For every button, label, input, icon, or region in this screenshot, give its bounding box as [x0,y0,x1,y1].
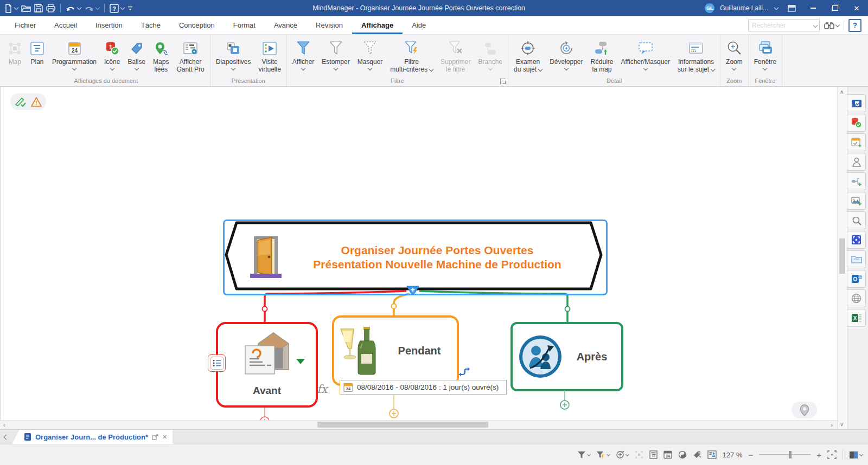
warning-icon[interactable]: ! [30,96,42,107]
vertical-scrollbar[interactable]: ∧ ∨ [837,87,847,429]
filtre-masquer-button[interactable]: Masquer [354,37,387,70]
afficher-gantt-pro-button[interactable]: Afficher Gantt Pro [173,37,208,73]
tab-revision[interactable]: Révision [307,16,352,34]
informations-sur-le-sujet-button[interactable]: Informations sur le sujet [674,37,718,73]
map-locator-button[interactable] [792,402,817,418]
tab-aide[interactable]: Aide [403,16,435,34]
plan-view-button[interactable]: Plan [26,37,48,66]
tab-outlook[interactable]: O [847,270,866,288]
panel-layout-button[interactable] [849,451,863,459]
scroll-left-icon[interactable]: ‹ [3,422,5,428]
tab-accueil[interactable]: Accueil [45,16,86,34]
tab-library[interactable] [847,94,866,112]
redo-button[interactable] [84,4,99,12]
filtre-dialog-launcher-icon[interactable] [500,79,506,84]
status-gantt-view-button[interactable] [707,450,717,459]
close-tab-icon[interactable]: ✕ [162,434,167,441]
help-button[interactable]: ? [110,4,124,13]
horizontal-scroll-thumb[interactable] [317,422,488,428]
tab-browser[interactable] [847,289,866,307]
icone-button[interactable]: 1 Icône [100,37,124,70]
horizontal-scrollbar[interactable]: ‹ › [0,420,837,429]
reduire-la-map-button[interactable]: Réduire la map [587,37,617,73]
tab-avance[interactable]: Avancé [265,16,307,34]
new-document-button[interactable] [4,4,18,13]
tab-fichier[interactable]: Fichier [5,16,45,34]
central-topic[interactable]: Organiser Journée Portes Ouvertes Présen… [223,219,608,295]
balise-button[interactable]: Balise [124,37,149,70]
ribbon-display-options-button[interactable] [783,1,800,15]
programmation-view-button[interactable]: 24 Programmation [48,37,100,70]
add-subtopic-marker[interactable] [406,286,420,296]
tab-excel[interactable]: X [847,309,866,327]
filtre-estomper-button[interactable]: Estomper [318,37,353,70]
status-focus-button[interactable] [616,450,629,459]
topic-pendant[interactable]: Pendant [332,315,459,386]
vertical-scroll-thumb[interactable] [839,238,845,274]
user-avatar[interactable]: GL [705,3,714,13]
diapositives-button[interactable]: Diapositives [212,37,255,70]
zoom-slider[interactable] [759,454,810,455]
zoom-out-icon[interactable]: − [748,450,753,460]
status-tags-view-button[interactable] [693,450,701,459]
find-button[interactable] [824,22,839,29]
restore-button[interactable] [827,1,843,15]
map-canvas[interactable]: ! [0,87,837,420]
minimize-button[interactable] [805,1,821,15]
topic-apres[interactable]: Après [510,322,623,391]
tab-images[interactable] [847,192,866,210]
task-dates-callout[interactable]: 24 08/08/2016 - 08/08/2016 : 1 jour(s) o… [340,380,507,395]
user-name[interactable]: Guillaume Laill... [720,4,768,12]
save-button[interactable] [34,4,43,12]
developper-button[interactable]: Développer [546,37,586,70]
filtre-multi-criteres-button[interactable]: Filtre multi-critères [386,37,437,73]
tab-conception[interactable]: Conception [170,16,224,34]
search-input[interactable] [748,20,820,31]
tab-scroll-left-button[interactable] [0,430,12,444]
zoom-button[interactable]: Zoom [722,37,746,70]
visite-virtuelle-button[interactable]: Visite virtuelle [254,37,284,73]
status-power-filter-button[interactable] [596,451,610,459]
filter-indicator-icon[interactable] [296,359,305,364]
close-button[interactable]: ✕ [848,1,865,15]
scroll-down-icon[interactable]: ∨ [840,421,844,427]
zoom-in-icon[interactable]: + [816,450,821,460]
tab-affichage[interactable]: Affichage [352,16,403,34]
tab-format[interactable]: Format [224,16,265,34]
open-button[interactable] [21,4,31,12]
filtre-afficher-button[interactable]: Afficher [289,37,318,70]
help-badge[interactable]: ? [848,19,861,32]
status-filter-button[interactable] [577,451,590,459]
status-icons-view-button[interactable] [678,450,687,459]
document-tab-active[interactable]: Organiser Journ... de Production* ✕ [12,430,173,444]
tab-planner[interactable] [847,133,866,151]
undo-button[interactable] [66,4,81,12]
scroll-up-icon[interactable]: ∧ [840,89,844,95]
examen-du-sujet-button[interactable]: Examen du sujet [510,37,546,73]
fenetre-button[interactable]: Fenêtre [750,37,780,70]
notes-badge[interactable] [208,354,226,372]
tab-tache[interactable]: Tâche [132,16,170,34]
float-tab-icon[interactable] [152,434,158,440]
edit-pencil-icon[interactable] [15,96,27,107]
tab-resources[interactable] [847,153,866,171]
topic-avant[interactable]: Avant [216,322,318,408]
fit-map-button[interactable] [827,450,837,459]
relationship-icon[interactable] [457,366,470,378]
status-schedule-view-button[interactable]: 24 [663,450,672,459]
tab-insertion[interactable]: Insertion [86,16,132,34]
status-outline-view-button[interactable] [649,450,658,459]
tab-snapshot[interactable] [847,231,866,249]
formula-indicator[interactable]: fx [317,383,328,396]
zoom-slider-handle[interactable] [789,451,792,458]
tab-task-info[interactable] [847,114,866,132]
tab-files[interactable] [847,250,866,268]
customize-toolbar-button[interactable] [127,5,133,11]
tab-search[interactable] [847,211,866,229]
scroll-right-icon[interactable]: › [831,422,833,428]
maps-liees-button[interactable]: Maps liées [149,37,173,73]
tab-map-parts[interactable] [847,172,866,190]
search-box[interactable] [748,20,820,31]
afficher-masquer-button[interactable]: Afficher/Masquer [617,37,674,70]
print-button[interactable] [46,4,55,12]
